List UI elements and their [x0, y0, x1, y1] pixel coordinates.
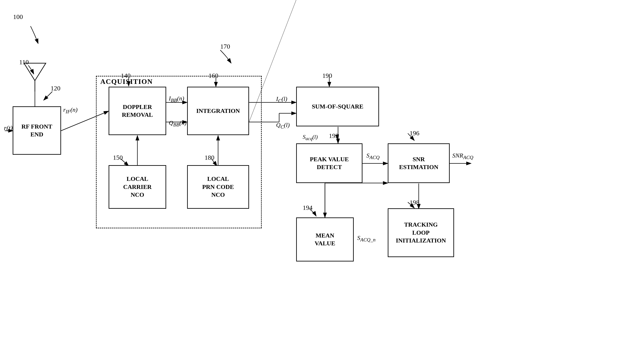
sum-of-square-block: SUM-OF-SQUARE: [296, 87, 379, 126]
signal-snr-acq: SNRACQ: [452, 152, 473, 160]
signal-sacq-l: Sacq(l): [303, 134, 318, 141]
ref-100: 100: [13, 13, 23, 20]
doppler-removal-block: DOPPLERREMOVAL: [108, 87, 166, 135]
signal-sacq-n: SACQ_n: [357, 234, 376, 243]
signal-sacq: SACQ: [366, 152, 380, 160]
ref-190: 190: [322, 72, 332, 79]
peak-value-detect-block: PEAK VALUEDETECT: [296, 143, 362, 183]
ref-170: 170: [220, 43, 230, 50]
ref-192: 192: [329, 132, 339, 139]
local-prn-code-nco-block: LOCALPRN CODENCO: [187, 165, 249, 209]
signal-ic: IC(l): [276, 95, 287, 104]
local-carrier-nco-block: LOCALCARRIERNCO: [108, 165, 166, 209]
ref-120: 120: [50, 84, 60, 92]
signal-qbb: QBB(n): [169, 119, 186, 128]
svg-marker-2: [24, 63, 46, 81]
snr-estimation-block: SNRESTIMATION: [388, 143, 450, 183]
signal-qc: QC(l): [276, 122, 290, 130]
ref-110: 110: [19, 58, 29, 66]
ref-194: 194: [303, 204, 312, 211]
ref-198: 198: [410, 199, 419, 206]
signal-rif: rIF(n): [63, 106, 78, 115]
diagram: 100 110 120 140 150 160 170 180 190 192 …: [0, 0, 644, 363]
mean-value-block: MEANVALUE: [296, 217, 354, 262]
signal-rt: r(t): [4, 124, 13, 132]
tracking-loop-init-block: TRACKINGLOOPINITIALIZATION: [388, 208, 454, 257]
rf-front-end-block: RF FRONTEND: [13, 106, 61, 155]
signal-ibb: IBB(n): [169, 95, 184, 103]
ref-196: 196: [410, 129, 419, 137]
acquisition-label: ACQUISITION: [100, 77, 153, 86]
integration-block: INTEGRATION: [187, 87, 249, 135]
